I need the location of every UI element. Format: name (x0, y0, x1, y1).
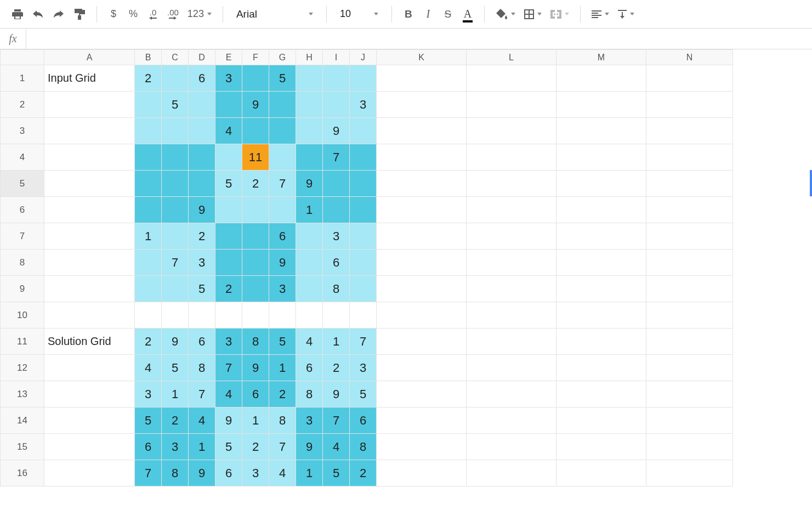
row-header[interactable]: 11 (1, 329, 44, 355)
font-size-select[interactable]: 10 (334, 5, 384, 23)
cell-B2[interactable] (135, 92, 162, 118)
cell-G1[interactable]: 5 (269, 65, 296, 92)
cell-A4[interactable] (44, 144, 135, 171)
cell-M13[interactable] (557, 381, 646, 408)
cell-A3[interactable] (44, 118, 135, 144)
cell-C1[interactable] (162, 65, 189, 92)
cell-J8[interactable] (350, 250, 377, 276)
cell-H11[interactable]: 4 (296, 329, 323, 355)
cell-K16[interactable] (377, 460, 467, 486)
cell-E8[interactable] (215, 250, 242, 276)
increase-decimal-button[interactable]: .00 (164, 5, 182, 23)
cell-D3[interactable] (189, 118, 215, 144)
cell-J7[interactable] (350, 223, 377, 250)
cell-J15[interactable]: 8 (350, 434, 377, 460)
col-header[interactable]: B (135, 50, 162, 65)
row-header[interactable]: 9 (1, 276, 44, 302)
cell-M11[interactable] (557, 329, 646, 355)
cell-I6[interactable] (323, 197, 350, 223)
row-header[interactable]: 2 (1, 92, 44, 118)
cell-C13[interactable]: 1 (162, 381, 189, 408)
cell-N11[interactable] (646, 329, 733, 355)
col-header[interactable]: L (467, 50, 557, 65)
cell-H6[interactable]: 1 (296, 197, 323, 223)
cell-F3[interactable] (242, 118, 269, 144)
cell-L14[interactable] (467, 408, 557, 434)
cell-K3[interactable] (377, 118, 467, 144)
cell-G4[interactable] (269, 144, 296, 171)
borders-button[interactable] (521, 5, 545, 23)
col-header[interactable]: I (323, 50, 350, 65)
row-header[interactable]: 12 (1, 355, 44, 381)
cell-D7[interactable]: 2 (189, 223, 215, 250)
col-header[interactable]: J (350, 50, 377, 65)
cell-L3[interactable] (467, 118, 557, 144)
cell-K8[interactable] (377, 250, 467, 276)
strikethrough-button[interactable]: S (439, 5, 457, 23)
cell-I8[interactable]: 6 (323, 250, 350, 276)
cell-I4[interactable]: 7 (323, 144, 350, 171)
cell-D9[interactable]: 5 (189, 276, 215, 302)
col-header[interactable]: K (377, 50, 467, 65)
cell-L1[interactable] (467, 65, 557, 92)
cell-N3[interactable] (646, 118, 733, 144)
cell-G5[interactable]: 7 (269, 171, 296, 197)
cell-I11[interactable]: 1 (323, 329, 350, 355)
cell-J4[interactable] (350, 144, 377, 171)
cell-H10[interactable] (296, 302, 323, 329)
vertical-align-button[interactable] (615, 5, 638, 23)
cell-J10[interactable] (350, 302, 377, 329)
cell-E10[interactable] (215, 302, 242, 329)
cell-J3[interactable] (350, 118, 377, 144)
cell-J1[interactable] (350, 65, 377, 92)
cell-H5[interactable]: 9 (296, 171, 323, 197)
row-header[interactable]: 4 (1, 144, 44, 171)
cell-G10[interactable] (269, 302, 296, 329)
print-button[interactable] (9, 5, 26, 23)
cell-A6[interactable] (44, 197, 135, 223)
col-header[interactable]: F (242, 50, 269, 65)
cell-E15[interactable]: 5 (215, 434, 242, 460)
cell-I10[interactable] (323, 302, 350, 329)
cell-C7[interactable] (162, 223, 189, 250)
cell-J14[interactable]: 6 (350, 408, 377, 434)
cell-N7[interactable] (646, 223, 733, 250)
cell-F4[interactable]: 11 (242, 144, 269, 171)
cell-A11[interactable]: Solution Grid (44, 329, 135, 355)
cell-L6[interactable] (467, 197, 557, 223)
cell-F16[interactable]: 3 (242, 460, 269, 486)
col-header[interactable]: E (215, 50, 242, 65)
cell-C16[interactable]: 8 (162, 460, 189, 486)
cell-D5[interactable] (189, 171, 215, 197)
cell-F8[interactable] (242, 250, 269, 276)
cell-A1[interactable]: Input Grid (44, 65, 135, 92)
row-header[interactable]: 16 (1, 460, 44, 486)
cell-L5[interactable] (467, 171, 557, 197)
cell-N16[interactable] (646, 460, 733, 486)
cell-D14[interactable]: 4 (189, 408, 215, 434)
cell-E3[interactable]: 4 (215, 118, 242, 144)
cell-C9[interactable] (162, 276, 189, 302)
cell-L2[interactable] (467, 92, 557, 118)
cell-A8[interactable] (44, 250, 135, 276)
cell-E7[interactable] (215, 223, 242, 250)
more-formats-button[interactable]: 123 (184, 5, 215, 23)
cell-I14[interactable]: 7 (323, 408, 350, 434)
cell-N6[interactable] (646, 197, 733, 223)
cell-I2[interactable] (323, 92, 350, 118)
cell-B12[interactable]: 4 (135, 355, 162, 381)
cell-K1[interactable] (377, 65, 467, 92)
cell-C14[interactable]: 2 (162, 408, 189, 434)
cell-L7[interactable] (467, 223, 557, 250)
cell-M9[interactable] (557, 276, 646, 302)
cell-H1[interactable] (296, 65, 323, 92)
col-header[interactable]: M (557, 50, 646, 65)
row-header[interactable]: 15 (1, 434, 44, 460)
cell-A14[interactable] (44, 408, 135, 434)
cell-F12[interactable]: 9 (242, 355, 269, 381)
cell-B15[interactable]: 6 (135, 434, 162, 460)
cell-E6[interactable] (215, 197, 242, 223)
cell-N2[interactable] (646, 92, 733, 118)
cell-I1[interactable] (323, 65, 350, 92)
cell-A16[interactable] (44, 460, 135, 486)
